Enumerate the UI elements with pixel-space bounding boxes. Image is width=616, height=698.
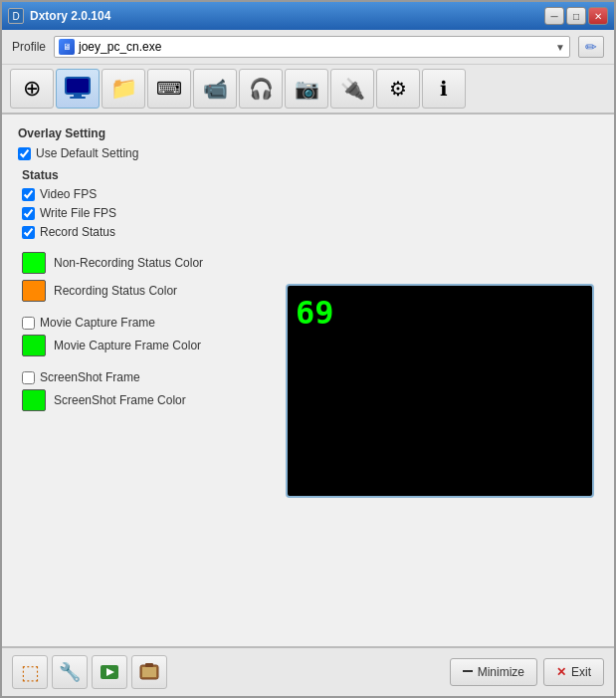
profile-select-inner: 🖥 joey_pc_cn.exe — [59, 39, 161, 55]
screenshot-frame-color-swatch[interactable] — [22, 389, 46, 411]
window-title: Dxtory 2.0.104 — [30, 9, 110, 23]
video-fps-label: Video FPS — [40, 187, 97, 201]
video-fps-row: Video FPS — [22, 187, 598, 201]
profile-label: Profile — [12, 40, 46, 54]
non-recording-color-row: Non-Recording Status Color — [22, 252, 598, 274]
profile-dropdown-arrow: ▼ — [555, 42, 565, 53]
recording-color-label: Recording Status Color — [54, 284, 177, 298]
exit-button[interactable]: ✕ Exit — [543, 658, 604, 686]
record-status-checkbox[interactable] — [22, 226, 35, 239]
toolbar: ⊕ 📁 ⌨ 📹 🎧 📷 🔌 ⚙ ℹ — [2, 65, 614, 115]
minimize-window-btn[interactable]: ─ — [544, 7, 564, 25]
content-area: Overlay Setting Use Default Setting Stat… — [2, 115, 614, 646]
record-status-label: Record Status — [40, 225, 115, 239]
svg-rect-2 — [70, 97, 86, 99]
toolbar-tools-btn[interactable]: ⚙ — [376, 69, 420, 109]
toolbar-screenshot-btn[interactable]: 📷 — [285, 69, 328, 109]
preview-panel: 69 — [286, 284, 594, 498]
use-default-row: Use Default Setting — [18, 146, 598, 160]
profile-value: joey_pc_cn.exe — [79, 40, 161, 54]
screenshot-frame-color-label: ScreenShot Frame Color — [54, 393, 186, 407]
screenshot-frame-label: ScreenShot Frame — [40, 370, 140, 384]
movie-frame-checkbox[interactable] — [22, 317, 35, 330]
use-default-checkbox[interactable] — [18, 147, 31, 160]
profile-dropdown[interactable]: 🖥 joey_pc_cn.exe ▼ — [54, 36, 570, 58]
non-recording-color-label: Non-Recording Status Color — [54, 256, 203, 270]
profile-app-icon: 🖥 — [59, 39, 75, 55]
preview-fps-number: 69 — [296, 294, 334, 332]
bottom-left-buttons: ⬚ 🔧 — [12, 655, 167, 689]
movie-frame-color-label: Movie Capture Frame Color — [54, 339, 201, 352]
svg-rect-3 — [67, 79, 89, 93]
svg-rect-7 — [142, 667, 156, 677]
config-btn[interactable]: 🔧 — [52, 655, 88, 689]
maximize-window-btn[interactable]: □ — [566, 7, 586, 25]
screenshot-frame-checkbox[interactable] — [22, 371, 35, 384]
title-bar: D Dxtory 2.0.104 ─ □ ✕ — [2, 2, 614, 30]
movie-frame-color-swatch[interactable] — [22, 335, 46, 356]
svg-rect-1 — [74, 94, 82, 97]
minimize-label: Minimize — [478, 665, 524, 679]
write-file-fps-row: Write File FPS — [22, 206, 598, 220]
write-file-fps-label: Write File FPS — [40, 206, 116, 220]
screenshot-btn[interactable] — [131, 655, 167, 689]
toolbar-hardware-btn[interactable]: 🔌 — [330, 69, 374, 109]
recording-color-swatch[interactable] — [22, 280, 46, 302]
status-section-label: Status — [22, 168, 598, 182]
close-window-btn[interactable]: ✕ — [588, 7, 608, 25]
overlay-section-title: Overlay Setting — [18, 126, 598, 140]
record-btn[interactable] — [92, 655, 127, 689]
toolbar-folder-btn[interactable]: 📁 — [102, 69, 145, 109]
use-default-label: Use Default Setting — [36, 146, 138, 160]
bottom-right-buttons: Minimize ✕ Exit — [450, 658, 604, 686]
bottom-bar: ⬚ 🔧 Minimize ✕ — [2, 646, 614, 696]
overlay-toggle-btn[interactable]: ⬚ — [12, 655, 48, 689]
minimize-button[interactable]: Minimize — [450, 658, 537, 686]
toolbar-keyboard-btn[interactable]: ⌨ — [147, 69, 191, 109]
profile-bar: Profile 🖥 joey_pc_cn.exe ▼ ✏ — [2, 30, 614, 65]
movie-frame-label: Movie Capture Frame — [40, 316, 155, 330]
svg-rect-8 — [145, 663, 153, 667]
title-controls: ─ □ ✕ — [544, 7, 608, 25]
toolbar-target-btn[interactable]: ⊕ — [10, 69, 54, 109]
exit-label: Exit — [571, 665, 591, 679]
exit-icon: ✕ — [556, 665, 566, 679]
main-window: D Dxtory 2.0.104 ─ □ ✕ Profile 🖥 joey_pc… — [0, 0, 616, 698]
app-icon: D — [8, 8, 24, 24]
profile-edit-button[interactable]: ✏ — [578, 36, 604, 58]
minimize-icon — [463, 670, 473, 672]
toolbar-video-btn[interactable]: 📹 — [193, 69, 237, 109]
record-status-row: Record Status — [22, 225, 598, 239]
video-fps-checkbox[interactable] — [22, 188, 35, 201]
write-file-fps-checkbox[interactable] — [22, 207, 35, 220]
toolbar-display-btn[interactable] — [56, 69, 100, 109]
toolbar-info-btn[interactable]: ℹ — [422, 69, 466, 109]
non-recording-color-swatch[interactable] — [22, 252, 46, 274]
toolbar-audio-btn[interactable]: 🎧 — [239, 69, 283, 109]
title-bar-left: D Dxtory 2.0.104 — [8, 8, 110, 24]
